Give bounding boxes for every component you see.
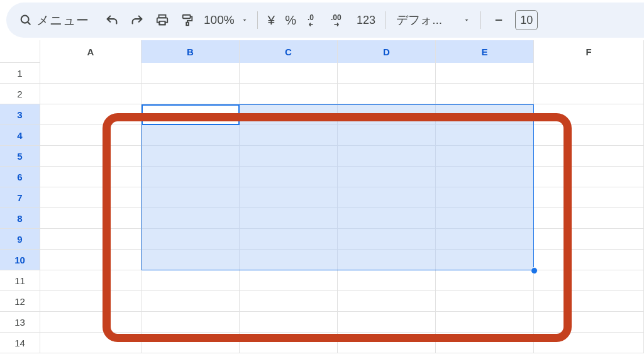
row-header-12[interactable]: 12 (0, 291, 40, 312)
cell-a1[interactable] (40, 63, 142, 84)
cell-a13[interactable] (40, 312, 142, 333)
cell-f5[interactable] (534, 146, 644, 167)
cell-a6[interactable] (40, 167, 142, 187)
row-header-13[interactable]: 13 (0, 312, 40, 333)
cell-a7[interactable] (40, 187, 142, 208)
currency-button[interactable]: ¥ (264, 9, 279, 31)
column-header-c[interactable]: C (240, 40, 338, 63)
cell-d11[interactable] (338, 270, 436, 291)
cell-d14[interactable] (338, 333, 436, 353)
cell-c14[interactable] (240, 333, 338, 353)
cell-c12[interactable] (240, 291, 338, 312)
cell-e8[interactable] (436, 208, 534, 229)
cell-b4[interactable] (142, 125, 240, 146)
decrease-font-size-button[interactable] (487, 9, 510, 31)
cell-e3[interactable] (436, 104, 534, 125)
cell-c6[interactable] (240, 167, 338, 187)
cell-b10[interactable] (142, 250, 240, 270)
cell-d3[interactable] (338, 104, 436, 125)
cell-f6[interactable] (534, 167, 644, 187)
cell-a14[interactable] (40, 333, 142, 353)
cell-d5[interactable] (338, 146, 436, 167)
column-header-f[interactable]: F (534, 40, 644, 63)
cell-a8[interactable] (40, 208, 142, 229)
row-header-8[interactable]: 8 (0, 208, 40, 229)
decrease-decimal-button[interactable]: .0 (303, 9, 325, 31)
cell-a11[interactable] (40, 270, 142, 291)
cell-b1[interactable] (142, 63, 240, 84)
font-family-dropdown[interactable]: デフォ... (392, 12, 474, 28)
cell-e10[interactable] (436, 250, 534, 270)
cell-c11[interactable] (240, 270, 338, 291)
cell-d13[interactable] (338, 312, 436, 333)
number-format-button[interactable]: 123 (353, 9, 379, 31)
row-header-5[interactable]: 5 (0, 146, 40, 167)
cell-f1[interactable] (534, 63, 644, 84)
cell-a10[interactable] (40, 250, 142, 270)
column-header-a[interactable]: A (40, 40, 142, 63)
cell-d9[interactable] (338, 229, 436, 250)
row-header-10[interactable]: 10 (0, 250, 40, 270)
cell-b11[interactable] (142, 270, 240, 291)
redo-button[interactable] (126, 9, 148, 31)
cell-d4[interactable] (338, 125, 436, 146)
cell-e9[interactable] (436, 229, 534, 250)
cell-f2[interactable] (534, 84, 644, 104)
cell-b5[interactable] (142, 146, 240, 167)
row-header-1[interactable]: 1 (0, 63, 40, 84)
cell-e2[interactable] (436, 84, 534, 104)
cell-d8[interactable] (338, 208, 436, 229)
cell-e5[interactable] (436, 146, 534, 167)
cell-b12[interactable] (142, 291, 240, 312)
cell-f12[interactable] (534, 291, 644, 312)
cell-c5[interactable] (240, 146, 338, 167)
row-header-2[interactable]: 2 (0, 84, 40, 104)
cell-f3[interactable] (534, 104, 644, 125)
cell-b14[interactable] (142, 333, 240, 353)
cell-c8[interactable] (240, 208, 338, 229)
cell-f7[interactable] (534, 187, 644, 208)
cell-d2[interactable] (338, 84, 436, 104)
cell-d6[interactable] (338, 167, 436, 187)
cell-e14[interactable] (436, 333, 534, 353)
cell-f8[interactable] (534, 208, 644, 229)
cell-f10[interactable] (534, 250, 644, 270)
cell-c9[interactable] (240, 229, 338, 250)
print-button[interactable] (151, 9, 174, 31)
cell-b8[interactable] (142, 208, 240, 229)
row-header-11[interactable]: 11 (0, 270, 40, 291)
cell-a9[interactable] (40, 229, 142, 250)
cell-b3[interactable] (142, 104, 240, 125)
cell-c1[interactable] (240, 63, 338, 84)
cell-a2[interactable] (40, 84, 142, 104)
cell-f11[interactable] (534, 270, 644, 291)
cell-d7[interactable] (338, 187, 436, 208)
increase-decimal-button[interactable]: .00 (328, 9, 350, 31)
menu-search[interactable]: メニュー (13, 8, 98, 33)
cell-a5[interactable] (40, 146, 142, 167)
row-header-6[interactable]: 6 (0, 167, 40, 187)
undo-button[interactable] (101, 9, 123, 31)
cell-c13[interactable] (240, 312, 338, 333)
cell-e13[interactable] (436, 312, 534, 333)
cell-c3[interactable] (240, 104, 338, 125)
cell-a12[interactable] (40, 291, 142, 312)
cell-e11[interactable] (436, 270, 534, 291)
font-size-input[interactable]: 10 (515, 10, 538, 30)
cell-f4[interactable] (534, 125, 644, 146)
percent-button[interactable]: % (281, 9, 300, 31)
cell-e7[interactable] (436, 187, 534, 208)
row-header-9[interactable]: 9 (0, 229, 40, 250)
cell-f9[interactable] (534, 229, 644, 250)
row-header-7[interactable]: 7 (0, 187, 40, 208)
cell-b7[interactable] (142, 187, 240, 208)
cell-e4[interactable] (436, 125, 534, 146)
row-header-14[interactable]: 14 (0, 333, 40, 353)
cell-a4[interactable] (40, 125, 142, 146)
cell-b2[interactable] (142, 84, 240, 104)
cell-d1[interactable] (338, 63, 436, 84)
cell-b6[interactable] (142, 167, 240, 187)
cell-d10[interactable] (338, 250, 436, 270)
select-all-corner[interactable] (0, 40, 40, 63)
zoom-dropdown[interactable]: 100% (201, 13, 251, 27)
